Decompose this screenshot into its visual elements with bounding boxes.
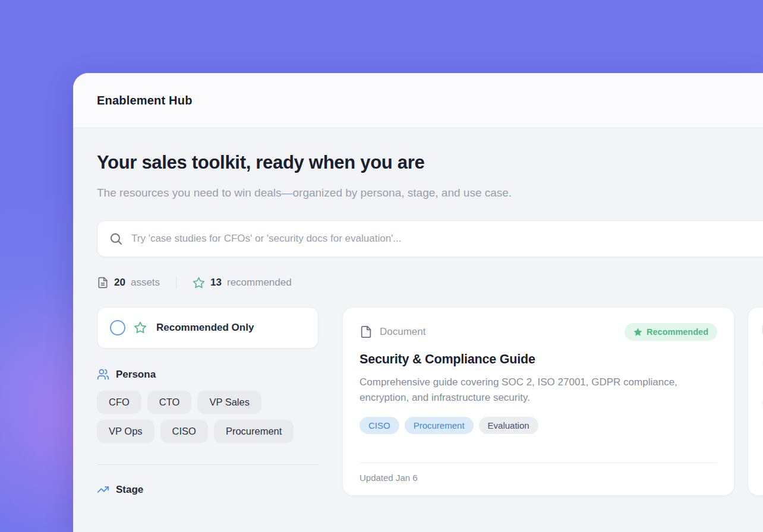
assets-count: 20: [114, 277, 125, 289]
search-input[interactable]: [131, 233, 763, 245]
app-title: Enablement Hub: [97, 94, 193, 107]
trending-up-icon: [97, 483, 109, 496]
star-filled-icon: [633, 328, 642, 337]
persona-chip-vp-sales[interactable]: VP Sales: [197, 391, 261, 414]
star-icon: [193, 277, 205, 289]
persona-chip-cto[interactable]: CTO: [147, 391, 192, 414]
asset-card-partial[interactable]: [748, 307, 763, 496]
file-text-icon: [97, 277, 109, 289]
stage-section-label: Stage: [116, 484, 143, 496]
card-tags: CISO Procurement Evaluation: [360, 417, 717, 434]
page-content: Your sales toolkit, ready when you are T…: [73, 128, 763, 496]
card-description: Comprehensive guide covering SOC 2, ISO …: [360, 375, 716, 406]
recommended-count: 13: [210, 277, 222, 289]
stats-row: 20 assets 13 recommended: [97, 276, 763, 289]
card-header-row: Document Recommended: [360, 323, 717, 341]
page-subtitle: The resources you need to win deals—orga…: [97, 182, 590, 203]
assets-label: assets: [131, 277, 160, 289]
tag-ciso[interactable]: CISO: [360, 417, 399, 434]
persona-chip-vp-ops[interactable]: VP Ops: [97, 420, 155, 443]
tag-procurement[interactable]: Procurement: [405, 417, 474, 434]
persona-chip-procurement[interactable]: Procurement: [214, 420, 294, 443]
recommended-badge-label: Recommended: [647, 327, 708, 337]
search-bar[interactable]: [97, 220, 763, 257]
stage-section-header: Stage: [97, 483, 319, 496]
card-footer: Updated Jan 6: [360, 463, 717, 483]
file-icon: [360, 325, 373, 338]
persona-chip-cfo[interactable]: CFO: [97, 391, 141, 414]
recommended-only-label: Recommended Only: [156, 322, 254, 334]
asset-card-security-compliance-guide[interactable]: Document Recommended Security & Complian…: [342, 307, 734, 496]
filter-divider: [97, 464, 319, 465]
filter-sidebar: Recommended Only Persona CFO CTO VP Sale…: [97, 307, 319, 496]
page-title: Your sales toolkit, ready when you are: [97, 152, 763, 173]
app-header: Enablement Hub: [73, 73, 763, 128]
main-grid: Recommended Only Persona CFO CTO VP Sale…: [97, 307, 763, 496]
search-icon: [109, 232, 123, 246]
users-icon: [97, 368, 109, 381]
asset-cards: Document Recommended Security & Complian…: [342, 307, 763, 496]
assets-stat: 20 assets: [97, 277, 160, 289]
recommended-stat: 13 recommended: [193, 277, 292, 289]
persona-section-label: Persona: [116, 369, 156, 381]
stats-divider: [176, 276, 176, 289]
card-type: Document: [360, 325, 425, 338]
star-icon: [134, 321, 147, 334]
card-title: Security & Compliance Guide: [360, 352, 717, 367]
persona-chip-ciso[interactable]: CISO: [160, 420, 208, 443]
recommended-only-toggle[interactable]: Recommended Only: [97, 307, 319, 349]
persona-section-header: Persona: [97, 368, 319, 381]
card-updated-date: Updated Jan 6: [360, 473, 418, 483]
recommended-label: recommended: [227, 277, 292, 289]
toggle-circle[interactable]: [110, 320, 125, 335]
persona-chips: CFO CTO VP Sales VP Ops CISO Procurement: [97, 391, 319, 443]
tag-evaluation[interactable]: Evaluation: [479, 417, 538, 434]
recommended-badge: Recommended: [625, 323, 717, 341]
main-panel: Enablement Hub Your sales toolkit, ready…: [73, 73, 763, 532]
card-type-label: Document: [380, 326, 425, 338]
